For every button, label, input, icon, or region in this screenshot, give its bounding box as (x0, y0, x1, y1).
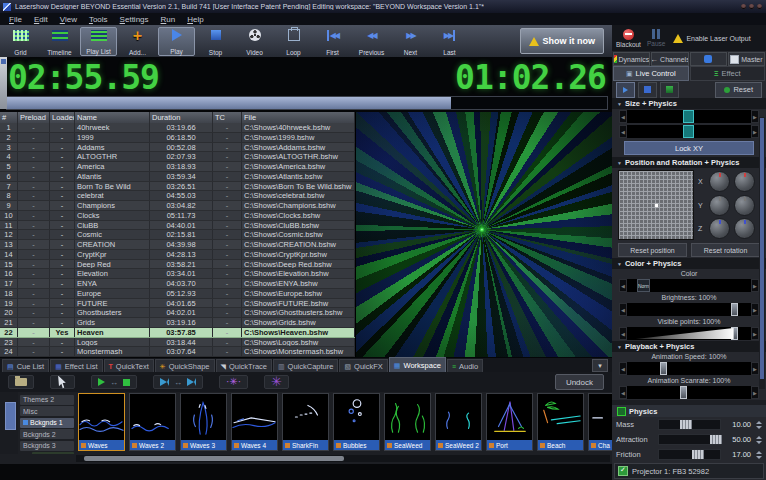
section-playback[interactable]: Playback + Physics (612, 341, 766, 352)
table-row[interactable]: 21--Grids03:19.16-C:\Shows\Grids.bshw (0, 318, 355, 328)
stop-button[interactable]: Stop (197, 27, 234, 56)
group-themes-2[interactable]: Themes 2 (20, 395, 74, 405)
cue-thumbnail-seaweed-2[interactable]: SeaWeed 2 (435, 393, 482, 451)
slider-track[interactable] (627, 125, 751, 138)
groups-scrollbar[interactable] (0, 392, 18, 454)
y-rotation-knob[interactable] (709, 195, 730, 216)
pause-button[interactable]: Pause (647, 29, 665, 47)
video-button[interactable]: Video (236, 27, 273, 56)
tab-effect-list[interactable]: Effect List (50, 359, 102, 372)
position-pad[interactable] (618, 170, 694, 240)
panel-tab-pointer[interactable] (690, 52, 727, 66)
slider-handle[interactable] (710, 435, 722, 444)
cue-thumbnail-waves-3[interactable]: Waves 3 (180, 393, 227, 451)
menu-tools[interactable]: Tools (84, 15, 113, 24)
slider-handle[interactable] (680, 420, 692, 429)
table-row[interactable]: 11--CluBB04:40.01-C:\Shows\CluBB.bshw (0, 221, 355, 231)
table-row[interactable]: 9--Champions03:04.82-C:\Shows\Champions.… (0, 201, 355, 211)
y-offset-knob[interactable] (734, 195, 755, 216)
slider-handle[interactable] (683, 110, 694, 123)
loop-button[interactable]: Loop (275, 27, 312, 56)
tab-quickshape[interactable]: QuickShape (155, 359, 215, 372)
table-row[interactable]: 1--40hrweek03:19.66-C:\Shows\40hrweek.bs… (0, 123, 355, 133)
slider-right-arrow[interactable]: ▶ (751, 362, 759, 375)
timeline-button[interactable]: Timeline (41, 27, 78, 56)
playlist-button[interactable]: Play List (80, 27, 117, 56)
table-row[interactable]: 22-YesHeaven03:57.85-C:\Shows\Heaven.bsh… (0, 328, 355, 338)
slider-handle[interactable] (660, 362, 667, 375)
cue-thumbnail-beach[interactable]: Beach (537, 393, 584, 451)
slider-handle[interactable] (680, 386, 687, 399)
add-button[interactable]: +Add... (119, 27, 156, 56)
slider-handle[interactable] (731, 303, 738, 316)
section-size[interactable]: Size + Physics (612, 98, 766, 109)
slider-track[interactable] (627, 362, 751, 375)
slider-right-arrow[interactable]: ▶ (751, 303, 759, 316)
panel-tab-dynamics[interactable]: Dynamics (613, 52, 650, 66)
projector-status[interactable]: Projector 1: FB3 52982 (614, 463, 764, 479)
slider-track[interactable]: Norm (627, 279, 751, 292)
projector-checkbox[interactable] (618, 466, 628, 476)
spin-up-icon[interactable] (756, 451, 762, 454)
table-row[interactable]: 23--Logos03:18.44-C:\Shows\Logos.bshw (0, 338, 355, 348)
cue-thumbnail-waves[interactable]: Waves (78, 393, 125, 451)
cue-thumbnail-bubbles[interactable]: Bubbles (333, 393, 380, 451)
table-row[interactable]: 6--Atlantis03:59.34-C:\Shows\Atlantis.bs… (0, 172, 355, 182)
table-row[interactable]: 12--Cosmic02:15.81-C:\Shows\Cosmic.bshw (0, 230, 355, 240)
spin-down-icon[interactable] (756, 426, 762, 429)
panel-subtab-live-control[interactable]: Live Control (613, 66, 689, 81)
slider-right-arrow[interactable]: ▶ (751, 110, 759, 123)
slider-left-arrow[interactable]: ◀ (619, 327, 627, 340)
table-row[interactable]: 2--199906:18.50-C:\Shows\1999.bshw (0, 133, 355, 143)
scrollbar-thumb[interactable] (760, 118, 764, 379)
slider-handle[interactable]: Norm (637, 279, 650, 292)
open-workspace-button[interactable] (8, 375, 34, 389)
brightness-slider[interactable]: ◀▶ (619, 303, 759, 316)
reset-button[interactable]: Reset (715, 82, 762, 98)
section-color[interactable]: Color + Physics (612, 258, 766, 269)
cue-thumbnail-waves-2[interactable]: Waves 2 (129, 393, 176, 451)
slider-left-arrow[interactable]: ◀ (619, 279, 627, 292)
slider-right-arrow[interactable]: ▶ (751, 125, 759, 138)
scrollbar-thumb[interactable] (84, 456, 344, 461)
table-row[interactable]: 20--Ghostbusters04:02.01-C:\Shows\Ghostb… (0, 308, 355, 318)
blackout-button[interactable]: Blackout (616, 29, 641, 48)
z-offset-knob[interactable] (734, 218, 755, 239)
cue-thumbnail-cha[interactable]: Cha (588, 393, 612, 451)
table-row[interactable]: 8--celebrat04:55.03-C:\Shows\celebrat.bs… (0, 191, 355, 201)
spin-down-icon[interactable] (756, 456, 762, 459)
scrollbar-thumb[interactable] (5, 402, 16, 430)
transition-mode-group[interactable]: ↔ (153, 375, 203, 389)
friction-slider[interactable] (658, 449, 721, 460)
effect-burst-group[interactable]: ·✳· (219, 375, 248, 389)
slider-left-arrow[interactable]: ◀ (619, 125, 627, 138)
animation-speed-slider[interactable]: ◀▶ (619, 362, 759, 375)
tab-quickcapture[interactable]: QuickCapture (273, 359, 338, 372)
slider-track[interactable] (627, 386, 751, 399)
menu-settings[interactable]: Settings (115, 15, 154, 24)
cue-thumbnail-waves-4[interactable]: Waves 4 (231, 393, 278, 451)
select-tool-button[interactable] (50, 375, 75, 389)
menu-edit[interactable]: Edit (29, 15, 53, 24)
slider-right-arrow[interactable]: ▶ (751, 279, 759, 292)
menu-file[interactable]: File (4, 15, 27, 24)
value-spinner[interactable] (755, 436, 762, 444)
value-spinner[interactable] (755, 451, 762, 459)
size-x-slider[interactable]: ◀▶ (619, 110, 759, 123)
spin-up-icon[interactable] (756, 421, 762, 424)
table-row[interactable]: 16--Elevation03:34.01-C:\Shows\Elevation… (0, 269, 355, 279)
tab-cue-list[interactable]: Cue List (2, 359, 49, 372)
tab-quicktext[interactable]: QuickText (104, 359, 154, 372)
close-button[interactable] (757, 4, 762, 9)
table-row[interactable]: 14--CryptKpr04:28.13-C:\Shows\CryptKpr.b… (0, 250, 355, 260)
dock-handle[interactable] (0, 57, 7, 109)
size-y-slider[interactable]: ◀▶ (619, 125, 759, 138)
group-bckgnds-2[interactable]: Bckgnds 2 (20, 429, 74, 439)
tab-workspace[interactable]: Workspace (389, 357, 446, 372)
slider-right-arrow[interactable]: ▶ (751, 327, 759, 340)
maximize-button[interactable] (749, 4, 754, 9)
reset-rotation-button[interactable]: Reset rotation (691, 243, 760, 257)
table-row[interactable]: 4--ALTOGTHR02:07.93-C:\Shows\ALTOGTHR.bs… (0, 152, 355, 162)
x-offset-knob[interactable] (734, 171, 755, 192)
panel-tab-channels[interactable]: Channels (651, 52, 688, 66)
